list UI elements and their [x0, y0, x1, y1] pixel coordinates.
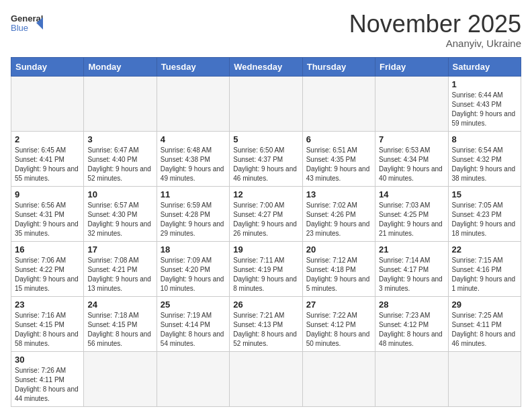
calendar-cell: 18Sunrise: 7:09 AM Sunset: 4:20 PM Dayli… [157, 241, 229, 296]
day-number: 30 [15, 355, 80, 365]
calendar-cell [11, 76, 84, 131]
day-number: 15 [452, 189, 517, 199]
day-number: 10 [87, 189, 152, 199]
day-info: Sunrise: 7:15 AM Sunset: 4:16 PM Dayligh… [452, 256, 517, 293]
day-info: Sunrise: 7:12 AM Sunset: 4:18 PM Dayligh… [306, 256, 371, 293]
location: Ananyiv, Ukraine [349, 38, 521, 49]
day-info: Sunrise: 7:05 AM Sunset: 4:23 PM Dayligh… [452, 201, 517, 238]
day-info: Sunrise: 6:48 AM Sunset: 4:38 PM Dayligh… [161, 146, 226, 183]
calendar-cell: 15Sunrise: 7:05 AM Sunset: 4:23 PM Dayli… [448, 186, 521, 241]
day-info: Sunrise: 7:25 AM Sunset: 4:11 PM Dayligh… [452, 311, 517, 349]
calendar-cell: 29Sunrise: 7:25 AM Sunset: 4:11 PM Dayli… [448, 296, 521, 351]
calendar-cell: 17Sunrise: 7:08 AM Sunset: 4:21 PM Dayli… [84, 241, 157, 296]
calendar-cell [375, 76, 448, 131]
calendar-cell: 3Sunrise: 6:47 AM Sunset: 4:40 PM Daylig… [84, 131, 157, 186]
calendar-cell [375, 351, 448, 406]
day-number: 11 [161, 189, 226, 199]
calendar-cell [302, 76, 375, 131]
day-number: 28 [379, 300, 444, 310]
calendar-cell: 10Sunrise: 6:57 AM Sunset: 4:30 PM Dayli… [84, 186, 157, 241]
month-title: November 2025 [349, 11, 521, 38]
day-number: 6 [306, 134, 371, 144]
calendar-cell: 20Sunrise: 7:12 AM Sunset: 4:18 PM Dayli… [302, 241, 375, 296]
day-number: 22 [452, 244, 517, 255]
calendar-cell: 7Sunrise: 6:53 AM Sunset: 4:34 PM Daylig… [375, 131, 448, 186]
day-number: 25 [161, 300, 226, 310]
weekday-friday: Friday [375, 57, 448, 76]
day-info: Sunrise: 6:51 AM Sunset: 4:35 PM Dayligh… [306, 146, 371, 183]
day-info: Sunrise: 7:02 AM Sunset: 4:26 PM Dayligh… [306, 201, 371, 238]
svg-text:Blue: Blue [11, 23, 28, 33]
day-number: 21 [379, 244, 444, 255]
calendar-row: 16Sunrise: 7:06 AM Sunset: 4:22 PM Dayli… [11, 241, 521, 296]
calendar-cell: 5Sunrise: 6:50 AM Sunset: 4:37 PM Daylig… [230, 131, 302, 186]
calendar-cell: 13Sunrise: 7:02 AM Sunset: 4:26 PM Dayli… [302, 186, 375, 241]
day-number: 2 [15, 134, 80, 144]
calendar-row: 9Sunrise: 6:56 AM Sunset: 4:31 PM Daylig… [11, 186, 521, 241]
weekday-thursday: Thursday [302, 57, 375, 76]
calendar-cell: 11Sunrise: 6:59 AM Sunset: 4:28 PM Dayli… [157, 186, 229, 241]
weekday-tuesday: Tuesday [157, 57, 229, 76]
calendar-cell [157, 351, 229, 406]
day-number: 24 [87, 300, 152, 310]
day-info: Sunrise: 7:03 AM Sunset: 4:25 PM Dayligh… [379, 201, 444, 238]
day-info: Sunrise: 7:14 AM Sunset: 4:17 PM Dayligh… [379, 256, 444, 293]
day-info: Sunrise: 7:19 AM Sunset: 4:14 PM Dayligh… [161, 311, 226, 349]
calendar: SundayMondayTuesdayWednesdayThursdayFrid… [11, 57, 521, 407]
calendar-cell: 16Sunrise: 7:06 AM Sunset: 4:22 PM Dayli… [11, 241, 84, 296]
day-info: Sunrise: 6:57 AM Sunset: 4:30 PM Dayligh… [87, 201, 152, 238]
day-number: 14 [379, 189, 444, 199]
day-number: 1 [452, 79, 517, 89]
calendar-row: 30Sunrise: 7:26 AM Sunset: 4:11 PM Dayli… [11, 351, 521, 406]
day-info: Sunrise: 7:22 AM Sunset: 4:12 PM Dayligh… [306, 311, 371, 349]
logo: General Blue [11, 11, 43, 38]
calendar-cell: 21Sunrise: 7:14 AM Sunset: 4:17 PM Dayli… [375, 241, 448, 296]
calendar-cell [448, 351, 521, 406]
calendar-cell: 23Sunrise: 7:16 AM Sunset: 4:15 PM Dayli… [11, 296, 84, 351]
day-info: Sunrise: 6:47 AM Sunset: 4:40 PM Dayligh… [87, 146, 152, 183]
calendar-row: 2Sunrise: 6:45 AM Sunset: 4:41 PM Daylig… [11, 131, 521, 186]
day-number: 3 [87, 134, 152, 144]
day-info: Sunrise: 7:23 AM Sunset: 4:12 PM Dayligh… [379, 311, 444, 349]
calendar-cell: 27Sunrise: 7:22 AM Sunset: 4:12 PM Dayli… [302, 296, 375, 351]
calendar-row: 23Sunrise: 7:16 AM Sunset: 4:15 PM Dayli… [11, 296, 521, 351]
calendar-cell [302, 351, 375, 406]
calendar-cell: 22Sunrise: 7:15 AM Sunset: 4:16 PM Dayli… [448, 241, 521, 296]
day-number: 4 [161, 134, 226, 144]
day-info: Sunrise: 7:18 AM Sunset: 4:15 PM Dayligh… [87, 311, 152, 349]
day-info: Sunrise: 6:53 AM Sunset: 4:34 PM Dayligh… [379, 146, 444, 183]
day-info: Sunrise: 7:08 AM Sunset: 4:21 PM Dayligh… [87, 256, 152, 293]
day-number: 29 [452, 300, 517, 310]
day-info: Sunrise: 6:59 AM Sunset: 4:28 PM Dayligh… [161, 201, 226, 238]
weekday-saturday: Saturday [448, 57, 521, 76]
day-info: Sunrise: 6:45 AM Sunset: 4:41 PM Dayligh… [15, 146, 80, 183]
day-number: 9 [15, 189, 80, 199]
day-info: Sunrise: 6:54 AM Sunset: 4:32 PM Dayligh… [452, 146, 517, 183]
page-header: General Blue November 2025 Ananyiv, Ukra… [11, 11, 521, 49]
day-number: 5 [233, 134, 298, 144]
day-number: 20 [306, 244, 371, 255]
calendar-cell [84, 351, 157, 406]
day-info: Sunrise: 7:21 AM Sunset: 4:13 PM Dayligh… [233, 311, 298, 349]
calendar-cell [157, 76, 229, 131]
calendar-cell: 4Sunrise: 6:48 AM Sunset: 4:38 PM Daylig… [157, 131, 229, 186]
weekday-header-row: SundayMondayTuesdayWednesdayThursdayFrid… [11, 57, 521, 76]
calendar-cell: 24Sunrise: 7:18 AM Sunset: 4:15 PM Dayli… [84, 296, 157, 351]
day-number: 27 [306, 300, 371, 310]
title-block: November 2025 Ananyiv, Ukraine [349, 11, 521, 49]
calendar-row: 1Sunrise: 6:44 AM Sunset: 4:43 PM Daylig… [11, 76, 521, 131]
calendar-cell: 9Sunrise: 6:56 AM Sunset: 4:31 PM Daylig… [11, 186, 84, 241]
day-number: 12 [233, 189, 298, 199]
day-info: Sunrise: 6:50 AM Sunset: 4:37 PM Dayligh… [233, 146, 298, 183]
day-info: Sunrise: 7:09 AM Sunset: 4:20 PM Dayligh… [161, 256, 226, 293]
calendar-cell: 26Sunrise: 7:21 AM Sunset: 4:13 PM Dayli… [230, 296, 302, 351]
calendar-cell: 12Sunrise: 7:00 AM Sunset: 4:27 PM Dayli… [230, 186, 302, 241]
calendar-cell: 14Sunrise: 7:03 AM Sunset: 4:25 PM Dayli… [375, 186, 448, 241]
calendar-cell: 2Sunrise: 6:45 AM Sunset: 4:41 PM Daylig… [11, 131, 84, 186]
day-info: Sunrise: 6:56 AM Sunset: 4:31 PM Dayligh… [15, 201, 80, 238]
day-number: 26 [233, 300, 298, 310]
day-number: 17 [87, 244, 152, 255]
day-number: 7 [379, 134, 444, 144]
day-number: 16 [15, 244, 80, 255]
weekday-sunday: Sunday [11, 57, 84, 76]
